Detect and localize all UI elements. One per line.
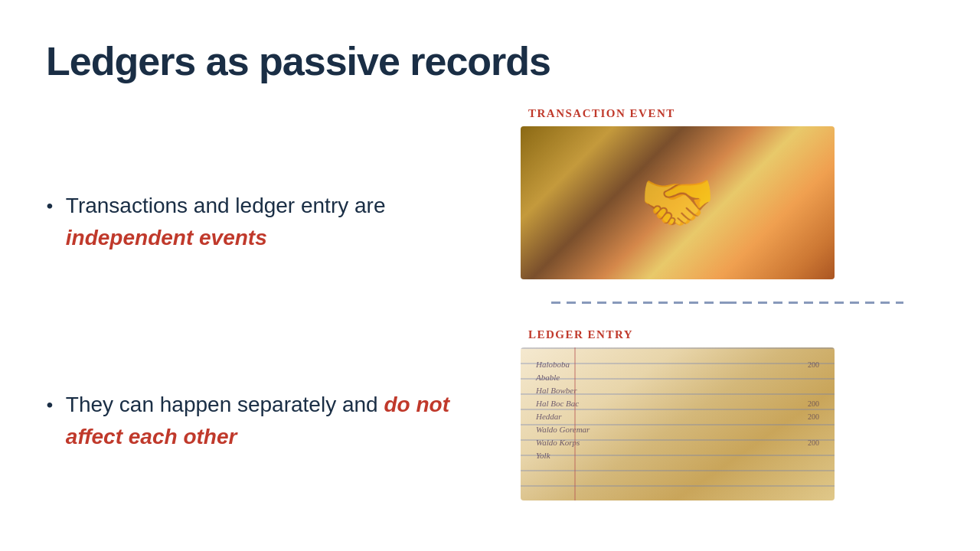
content-area: • Transactions and ledger entry are inde… — [46, 107, 934, 513]
slide: Ledgers as passive records • Transaction… — [0, 0, 980, 551]
transaction-label: TRANSACTION EVENT — [528, 107, 675, 120]
slide-title: Ledgers as passive records — [46, 38, 934, 84]
bullet-text-1: Transactions and ledger entry are indepe… — [66, 190, 490, 254]
transaction-image-box — [521, 126, 835, 279]
ledger-line-8: Yolk — [536, 450, 819, 461]
left-panel: • Transactions and ledger entry are inde… — [46, 107, 521, 513]
bullet-dot-2: • — [46, 390, 54, 420]
bullet-2-before: They can happen separately and — [66, 393, 384, 416]
right-panel: TRANSACTION EVENT LEDGER ENTRY — [521, 107, 934, 513]
divider-row — [551, 279, 903, 325]
bullet-1-highlight: independent events — [66, 226, 267, 249]
bullet-dot-1: • — [46, 191, 54, 221]
ledger-section: LEDGER ENTRY Haloboba 200 Abable — [521, 328, 934, 500]
bullet-group-top: • Transactions and ledger entry are inde… — [46, 167, 490, 269]
bullet-group-bottom: • They can happen separately and do not … — [46, 358, 490, 468]
ledger-label: LEDGER ENTRY — [528, 328, 633, 341]
ledger-lines: Haloboba 200 Abable Hal Bowber Hal Boc B… — [536, 359, 819, 489]
transaction-image — [521, 126, 835, 279]
bullet-item-1: • Transactions and ledger entry are inde… — [46, 190, 490, 254]
bullet-1-before: Transactions and ledger entry are — [66, 194, 386, 217]
ledger-line-2: Abable — [536, 372, 819, 383]
ledger-line-6: Waldo Goremar — [536, 424, 819, 435]
ledger-image: Haloboba 200 Abable Hal Bowber Hal Boc B… — [521, 347, 835, 500]
ledger-line-3: Hal Bowber — [536, 385, 819, 396]
dashed-line-right — [727, 302, 903, 304]
dashed-line-left — [551, 302, 727, 304]
transaction-section: TRANSACTION EVENT — [521, 107, 934, 279]
ledger-line-7: Waldo Korps 200 — [536, 437, 819, 448]
ledger-line-4: Hal Boc Bac 200 — [536, 398, 819, 409]
bullet-text-2: They can happen separately and do not af… — [66, 389, 490, 453]
bullet-item-2: • They can happen separately and do not … — [46, 389, 490, 453]
ledger-line-5: Heddar 200 — [536, 411, 819, 422]
ledger-image-box: Haloboba 200 Abable Hal Bowber Hal Boc B… — [521, 347, 835, 500]
ledger-line-1: Haloboba 200 — [536, 359, 819, 370]
